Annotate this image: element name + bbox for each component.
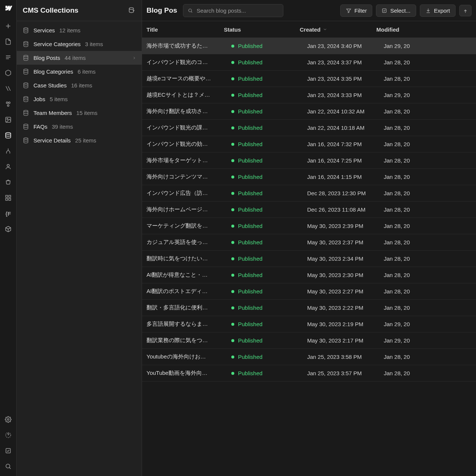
svg-rect-26 [383,9,386,12]
table-row[interactable]: 海外向けコンテンツマ… Published Jan 16, 2024 1:15 … [142,169,476,185]
table-row[interactable]: インバウンド観光のコ… Published Jan 23, 2024 3:37 … [142,54,476,71]
cell-title: 多言語展開するならま… [147,321,231,328]
cell-title: インバウンド広告（訪… [147,190,231,197]
search-input-wrap[interactable] [183,4,283,17]
cell-modified: Jan 28, 20 [384,206,472,213]
table-row[interactable]: AI翻訳が得意なこと・… Published May 30, 2023 2:30… [142,267,476,283]
collection-item[interactable]: Blog Posts 44 items [17,51,142,65]
collection-item[interactable]: Jobs 5 items [17,92,142,106]
cell-created: Jan 23, 2024 3:40 PM [307,43,384,49]
export-label: Export [434,7,450,14]
col-modified[interactable]: Modified [376,26,472,33]
svg-point-20 [24,83,28,84]
svg-rect-9 [6,199,7,200]
col-status[interactable]: Status [224,26,300,33]
collection-item[interactable]: Services 12 items [17,23,142,37]
filter-button[interactable]: Filter [340,4,372,17]
status-text: Published [238,59,263,65]
svg-point-24 [24,138,28,139]
navigator-icon[interactable] [4,53,13,62]
database-icon [23,27,29,33]
table-row[interactable]: 翻訳時に気をつけたい… Published May 30, 2023 2:34 … [142,251,476,267]
pages-icon[interactable] [4,37,13,46]
cube-icon[interactable] [4,225,13,234]
svg-rect-10 [9,199,11,200]
status-text: Published [238,272,263,278]
ecommerce-icon[interactable] [4,178,13,187]
search-input[interactable] [196,7,279,14]
cell-status: Published [231,239,307,245]
table-row[interactable]: 多言語展開するならま… Published May 30, 2023 2:19 … [142,316,476,332]
cms-icon[interactable] [4,131,13,140]
svg-rect-13 [6,448,10,453]
collections-panel: CMS Collections Services 12 items Servic… [17,0,142,476]
cell-status: Published [231,59,307,65]
import-icon [463,8,468,13]
collection-count: 44 items [65,55,86,61]
cell-created: May 30, 2023 2:39 PM [307,223,384,229]
cell-status: Published [231,108,307,115]
new-collection-icon[interactable] [128,7,136,14]
table-row[interactable]: 越境eコマースの概要や… Published Jan 23, 2024 3:35… [142,71,476,87]
cell-status: Published [231,272,307,278]
apps-icon[interactable] [4,193,13,202]
collection-count: 5 items [50,96,68,102]
toolbar: Blog Pos Filter Select... Export [142,0,476,21]
status-dot-icon [231,143,234,146]
logic-icon[interactable] [4,147,13,155]
status-dot-icon [231,159,234,162]
table-row[interactable]: 海外向けホームページ… Published Dec 26, 2023 11:08… [142,202,476,218]
settings-icon[interactable] [4,415,13,424]
svg-point-23 [24,124,28,125]
col-created[interactable]: Created [300,26,376,33]
status-dot-icon [231,339,234,342]
status-dot-icon [231,241,234,244]
components-icon[interactable] [4,68,13,77]
help-icon[interactable] [4,431,13,440]
cell-created: Jan 16, 2024 7:32 PM [307,141,384,147]
table-row[interactable]: 海外向け翻訳を成功さ… Published Jan 22, 2024 10:32… [142,103,476,120]
table-row[interactable]: 翻訳業務の際に気をつ… Published May 30, 2023 2:17 … [142,332,476,349]
status-text: Published [238,174,263,180]
webflow-logo-icon[interactable] [4,4,13,13]
table-row[interactable]: インバウンド広告（訪… Published Dec 28, 2023 12:30… [142,185,476,202]
assets-icon[interactable] [4,115,13,124]
audit-icon[interactable] [4,446,13,455]
collection-item[interactable]: Team Members 15 items [17,106,142,120]
filter-label: Filter [354,7,367,14]
main-panel: Blog Pos Filter Select... Export [142,0,476,476]
status-dot-icon [231,323,234,326]
table-row[interactable]: マーケティング翻訳を… Published May 30, 2023 2:39 … [142,218,476,234]
table-row[interactable]: Youtubeの海外向けお… Published Jan 25, 2023 3:… [142,349,476,365]
col-title[interactable]: Title [147,26,224,33]
collection-item[interactable]: FAQs 39 items [17,120,142,134]
table-row[interactable]: 越境ECサイトとは？メ… Published Jan 23, 2024 3:33… [142,87,476,103]
table-row[interactable]: インバウンド観光の効… Published Jan 16, 2024 7:32 … [142,136,476,152]
collection-item[interactable]: Service Details 25 items [17,134,142,147]
cell-created: Jan 23, 2024 3:35 PM [307,75,384,82]
select-button[interactable]: Select... [376,4,416,17]
table-row[interactable]: YouTube動画を海外向… Published Jan 25, 2023 3:… [142,365,476,382]
fonts-icon[interactable]: {F [4,209,13,218]
add-icon[interactable] [4,22,13,30]
status-text: Published [238,125,263,131]
cell-status: Published [231,141,307,147]
table-row[interactable]: 海外市場で成功するた… Published Jan 23, 2024 3:40 … [142,38,476,54]
variables-icon[interactable] [4,84,13,93]
collection-item[interactable]: Blog Categories 6 items [17,65,142,78]
import-button[interactable] [459,5,472,16]
cell-modified: Jan 28, 20 [384,108,472,115]
table-row[interactable]: AI翻訳のポストエディ… Published May 30, 2023 2:27… [142,283,476,300]
table-row[interactable]: カジュアル英語を使っ… Published May 30, 2023 2:37 … [142,234,476,251]
table-row[interactable]: 翻訳・多言語化に便利… Published May 30, 2023 2:22 … [142,300,476,316]
search-rail-icon[interactable] [4,462,13,471]
table-row[interactable]: 海外市場をターゲット… Published Jan 16, 2024 7:25 … [142,152,476,169]
collection-item[interactable]: Case Studies 16 items [17,78,142,92]
users-icon[interactable] [4,162,13,171]
table-row[interactable]: インバウンド観光の課… Published Jan 22, 2024 10:18… [142,120,476,136]
cell-created: Jan 22, 2024 10:32 AM [307,108,384,115]
collection-label: Blog Posts [33,55,60,61]
styles-icon[interactable] [4,100,13,109]
export-button[interactable]: Export [420,4,456,17]
collection-item[interactable]: Service Categories 3 items [17,37,142,51]
